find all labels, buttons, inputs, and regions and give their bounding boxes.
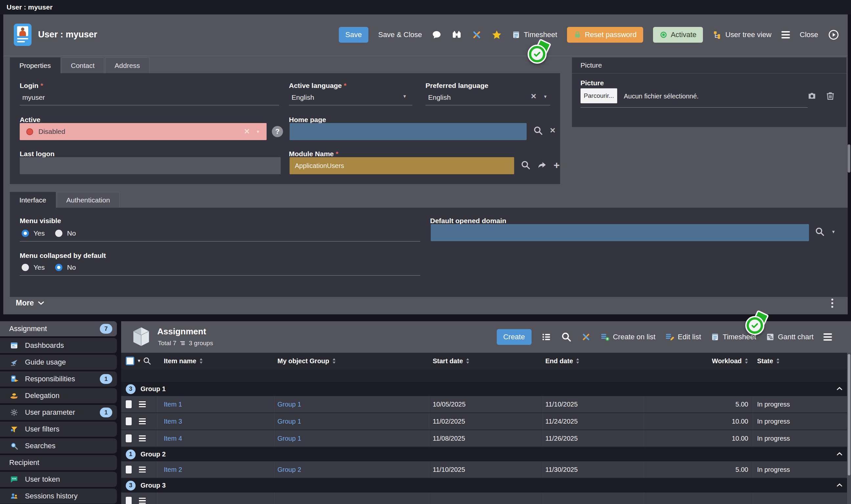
last-logon-field[interactable] — [20, 157, 281, 174]
preferred-language-select[interactable]: English — [428, 93, 451, 102]
group-link[interactable]: Group 1 — [278, 435, 301, 442]
row-checkbox[interactable] — [126, 434, 132, 442]
list-scrollbar[interactable] — [847, 353, 851, 504]
item-link[interactable]: Item 3 — [164, 418, 182, 425]
row-checkbox[interactable] — [126, 497, 132, 504]
item-link[interactable]: Item 4 — [164, 435, 182, 442]
tab-contact[interactable]: Contact — [61, 57, 104, 73]
tab-address[interactable]: Address — [105, 57, 149, 73]
select-all-checkbox[interactable] — [126, 357, 134, 365]
table-row[interactable]: Item 2 Group 2 11/10/2025 11/30/2025 5.0… — [121, 461, 851, 479]
create-on-list-button[interactable]: Create on list — [601, 332, 656, 342]
group-link[interactable]: Group 1 — [278, 418, 301, 425]
collapse-chevron-icon[interactable] — [836, 452, 843, 456]
tab-authentication[interactable]: Authentication — [57, 192, 120, 208]
sidebar-item-user-filters[interactable]: User filters — [0, 421, 117, 437]
chevron-down-icon[interactable]: ▼ — [831, 230, 836, 234]
sidebar-item-searches[interactable]: Searches — [0, 438, 117, 453]
search-icon[interactable] — [533, 126, 543, 136]
group-header-2[interactable]: 1 Group 2 — [121, 447, 851, 461]
active-language-select[interactable]: English — [291, 93, 314, 102]
table-row[interactable]: Item 4 Group 1 11/08/2025 11/26/2025 10.… — [121, 430, 851, 447]
edit-list-button[interactable]: Edit list — [665, 332, 701, 342]
column-header-end-date[interactable]: End date — [545, 357, 580, 364]
row-checkbox[interactable] — [126, 417, 132, 425]
timesheet-button[interactable]: Timesheet — [512, 31, 557, 39]
row-menu-icon[interactable] — [139, 498, 146, 504]
search-icon[interactable] — [521, 160, 531, 170]
module-name-field[interactable]: ApplicationUsers — [289, 157, 514, 174]
column-header-state[interactable]: State — [757, 357, 780, 364]
group-link[interactable]: Group 1 — [278, 401, 301, 408]
collapse-chevron-icon[interactable] — [836, 483, 843, 487]
chevron-down-icon[interactable]: ▼ — [256, 130, 260, 134]
menu-hamburger-icon[interactable] — [781, 31, 790, 38]
tab-properties[interactable]: Properties — [10, 57, 60, 73]
more-button[interactable]: More — [16, 299, 44, 307]
chevron-down-icon[interactable]: ▼ — [543, 94, 547, 99]
sidebar-item-sessions-history[interactable]: Sessions history — [0, 489, 117, 504]
default-domain-field[interactable] — [431, 224, 809, 241]
table-row[interactable]: Item 1 Group 1 10/05/2025 11/10/2025 5.0… — [121, 396, 851, 413]
comment-icon[interactable] — [432, 30, 442, 40]
menu-collapsed-yes-radio[interactable] — [22, 264, 29, 271]
crossed-tools-icon[interactable] — [472, 30, 482, 40]
active-status-field[interactable]: Disabled ✕ ▼ — [20, 123, 267, 140]
row-menu-icon[interactable] — [139, 401, 146, 407]
chevron-down-icon[interactable]: ▼ — [137, 359, 141, 363]
favorite-star-icon[interactable] — [492, 30, 502, 40]
table-row[interactable] — [121, 492, 851, 504]
table-row[interactable]: Item 3 Group 1 11/02/2025 11/24/2025 10.… — [121, 413, 851, 430]
clear-icon[interactable]: ✕ — [550, 127, 555, 134]
camera-icon[interactable] — [807, 91, 817, 101]
list-menu-hamburger-icon[interactable] — [823, 334, 832, 341]
menu-collapsed-no-radio[interactable] — [55, 264, 63, 271]
binoculars-search-icon[interactable] — [451, 30, 462, 40]
column-header-start-date[interactable]: Start date — [433, 357, 469, 364]
group-link[interactable]: Group 2 — [278, 466, 301, 473]
activate-button[interactable]: Activate — [653, 27, 703, 43]
row-menu-icon[interactable] — [139, 418, 146, 424]
scrollbar-thumb[interactable] — [848, 354, 850, 475]
save-button[interactable]: Save — [339, 27, 368, 43]
page-scrollbar-thumb[interactable] — [848, 144, 850, 173]
search-icon[interactable] — [815, 227, 825, 237]
sidebar-item-assignment[interactable]: Assignment 7 — [0, 321, 117, 336]
browse-file-button[interactable]: Parcourir... — [581, 88, 617, 103]
sidebar-item-dashboards[interactable]: Dashboards — [0, 338, 117, 353]
user-tree-view-button[interactable]: User tree view — [713, 30, 772, 39]
sidebar-item-user-token[interactable]: User token — [0, 472, 117, 487]
search-icon[interactable] — [561, 332, 572, 342]
column-header-group[interactable]: My object Group — [278, 357, 336, 364]
clear-icon[interactable]: ✕ — [244, 128, 250, 135]
sidebar-item-user-parameter[interactable]: User parameter 1 — [0, 405, 117, 420]
row-checkbox[interactable] — [126, 466, 132, 473]
kebab-menu-icon[interactable] — [831, 299, 833, 308]
add-icon[interactable]: + — [553, 160, 560, 170]
clear-icon[interactable]: ✕ — [531, 93, 536, 100]
column-header-workload[interactable]: Workload — [686, 357, 748, 364]
create-button[interactable]: Create — [497, 329, 532, 345]
item-link[interactable]: Item 2 — [164, 466, 182, 473]
play-circle-icon[interactable] — [828, 29, 839, 40]
chevron-down-icon[interactable]: ▼ — [403, 94, 407, 98]
row-menu-icon[interactable] — [139, 467, 146, 472]
login-field[interactable]: myuser — [22, 93, 45, 102]
tab-interface[interactable]: Interface — [10, 192, 56, 208]
item-link[interactable]: Item 1 — [164, 401, 182, 408]
sidebar-item-delegation[interactable]: Delegation — [0, 388, 117, 403]
sidebar-item-guide-usage[interactable]: Guide usage — [0, 355, 117, 370]
menu-visible-yes-radio[interactable] — [22, 230, 29, 237]
close-button[interactable]: Close — [800, 31, 818, 39]
column-search-icon[interactable] — [143, 357, 152, 365]
group-header-3[interactable]: 3 Group 3 — [121, 479, 851, 492]
sidebar-item-recipient[interactable]: Recipient — [0, 455, 117, 470]
save-and-close-button[interactable]: Save & Close — [378, 31, 422, 39]
column-header-item-name[interactable]: Item name — [164, 357, 203, 364]
row-checkbox[interactable] — [126, 400, 132, 408]
reset-password-button[interactable]: Reset password — [567, 27, 643, 43]
sidebar-item-responsibilities[interactable]: Responsibilities 1 — [0, 372, 117, 386]
gantt-chart-button[interactable]: Gantt chart — [766, 333, 814, 341]
open-reference-icon[interactable] — [537, 160, 547, 170]
collapse-chevron-icon[interactable] — [836, 386, 843, 391]
